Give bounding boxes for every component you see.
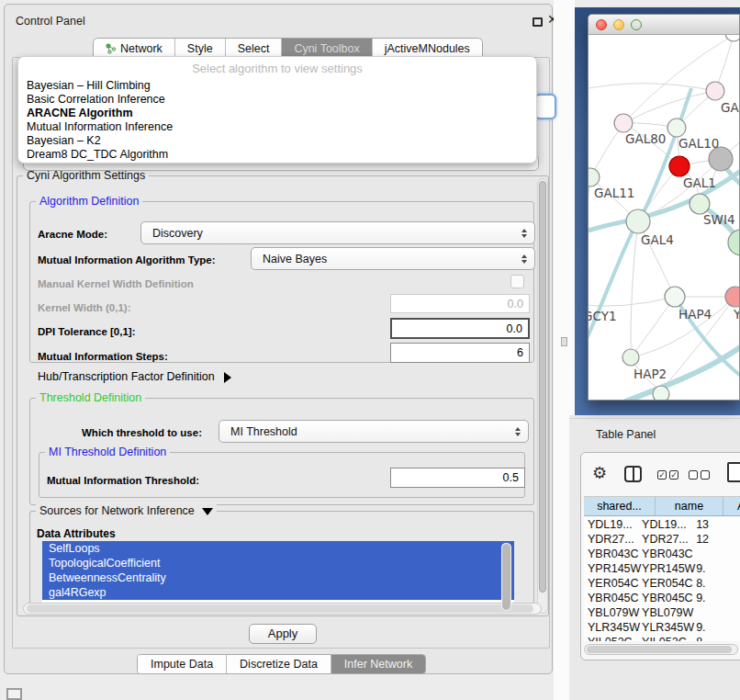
settings-vertical-scrollbar[interactable]	[537, 178, 548, 614]
sources-title-text: Sources for Network Inference	[39, 504, 195, 517]
cell: YBR043C	[642, 547, 696, 561]
table-horizontal-scrollbar[interactable]	[584, 644, 738, 655]
table-row[interactable]: YBR045CYBR045C9.	[584, 591, 740, 605]
node[interactable]	[725, 35, 740, 41]
network-canvas[interactable]: GAL GAL80 GAL10 GAL1 GAL11 SWI4 GAL4 GCY…	[589, 35, 740, 401]
cell: YER054C	[584, 576, 642, 591]
node[interactable]	[653, 386, 669, 401]
node-swi4[interactable]	[690, 194, 710, 214]
scrollbar-thumb[interactable]	[27, 604, 533, 613]
cell: YER054C	[642, 576, 696, 591]
node[interactable]	[728, 230, 740, 255]
minimize-traffic-light-icon[interactable]	[613, 19, 624, 30]
node-label: GAL10	[678, 136, 719, 151]
scrollbar-thumb[interactable]	[502, 544, 510, 610]
sources-group-title[interactable]: Sources for Network Inference	[36, 504, 217, 517]
node-salmon[interactable]	[725, 287, 740, 307]
node-hap4[interactable]	[665, 287, 685, 307]
minimized-panel-icon[interactable]	[6, 688, 22, 700]
attributes-list-scrollbar[interactable]	[501, 543, 511, 611]
node-gal4[interactable]	[626, 209, 650, 233]
deselect-all-checkbox-icon[interactable]	[701, 470, 710, 480]
cell: 8.	[696, 635, 740, 641]
cell	[696, 547, 740, 561]
node-label: GAL11	[594, 186, 634, 200]
deselect-all-checkbox-icon[interactable]	[689, 470, 698, 480]
table-row[interactable]: YIL052CYIL052C8.	[584, 635, 740, 641]
dpi-tolerance-input[interactable]	[390, 318, 530, 339]
mi-steps-label: Mutual Information Steps:	[38, 351, 168, 362]
close-traffic-light-icon[interactable]	[596, 19, 607, 30]
attribute-item[interactable]: SelfLoops	[42, 541, 514, 556]
dpi-tolerance-label: DPI Tolerance [0,1]:	[38, 326, 136, 337]
hub-definition-toggle[interactable]: Hub/Transcription Factor Definition	[38, 370, 231, 383]
table-row[interactable]: YDR27...YDR27...12	[584, 532, 740, 547]
tab-cyni-toolbox[interactable]: Cyni Toolbox	[282, 39, 372, 58]
node-gal10[interactable]	[667, 119, 686, 137]
attribute-item[interactable]: TopologicalCoefficient	[42, 556, 514, 570]
node-gal1-red[interactable]	[669, 156, 690, 176]
column-header-partial[interactable]: A	[723, 497, 740, 515]
screen: Control Panel ✕ Network Style Select Cyn…	[0, 0, 740, 700]
algorithm-option[interactable]: Dream8 DC_TDC Algorithm	[18, 148, 536, 162]
tab-discretize-data[interactable]: Discretize Data	[227, 655, 331, 673]
columns-icon[interactable]	[624, 466, 642, 482]
zoom-traffic-light-icon[interactable]	[631, 19, 642, 30]
table-body: YDL19...YDL19...13 YDR27...YDR27...12 YB…	[584, 517, 740, 641]
node[interactable]	[706, 82, 724, 100]
aracne-mode-select[interactable]: Discovery	[140, 221, 535, 244]
scrollbar-thumb[interactable]	[587, 646, 732, 653]
tab-cyni-toolbox-label: Cyni Toolbox	[294, 42, 359, 55]
tab-select[interactable]: Select	[226, 39, 283, 58]
algorithm-option[interactable]: Bayesian – Hill Climbing	[18, 79, 536, 93]
select-all-checkbox-icon[interactable]: ✓	[669, 470, 678, 480]
algorithm-option-selected[interactable]: ARACNE Algorithm	[18, 107, 536, 120]
table-row[interactable]: YLR345WYLR345W9.	[584, 620, 740, 635]
gear-icon[interactable]: ⚙	[592, 463, 607, 483]
algorithm-option[interactable]: Mutual Information Inference	[18, 120, 536, 134]
table-row[interactable]: YER054CYER054C8.	[584, 576, 740, 591]
cell: YBR045C	[584, 591, 642, 605]
which-threshold-label: Which threshold to use:	[82, 427, 202, 438]
tab-impute-data[interactable]: Impute Data	[138, 655, 227, 673]
mi-threshold-input[interactable]	[390, 468, 525, 488]
document-icon[interactable]	[727, 462, 740, 482]
tab-style[interactable]: Style	[175, 39, 226, 58]
tab-network[interactable]: Network	[94, 39, 175, 58]
tab-jactivemnodules[interactable]: jActiveMNodules	[373, 39, 482, 58]
column-header-shared-name[interactable]: shared...	[584, 497, 656, 515]
hub-definition-label: Hub/Transcription Factor Definition	[38, 370, 215, 383]
float-window-icon[interactable]	[533, 17, 543, 27]
kernel-width-label: Kernel Width (0,1):	[38, 302, 130, 313]
which-threshold-select[interactable]: MI Threshold	[219, 420, 529, 443]
scrollbar-thumb[interactable]	[539, 181, 546, 593]
mi-steps-input[interactable]	[390, 343, 530, 363]
network-window-titlebar[interactable]	[589, 15, 739, 35]
select-all-checkbox-icon[interactable]: ✓	[657, 470, 667, 480]
table-row[interactable]: YBR043CYBR043C	[584, 547, 740, 561]
table-row[interactable]: YPR145WYPR145W9.	[584, 561, 740, 576]
node-hap2[interactable]	[622, 349, 639, 366]
table-row[interactable]: YBL079WYBL079W	[584, 605, 740, 620]
manual-kernel-checkbox[interactable]	[510, 275, 524, 288]
settings-horizontal-scrollbar[interactable]	[23, 603, 542, 615]
table-header: shared... name A	[584, 496, 740, 516]
node-gal80[interactable]	[614, 114, 633, 132]
splitter-handle[interactable]	[561, 337, 567, 346]
cell: YLR345W	[642, 620, 696, 635]
table-panel-title: Table Panel	[596, 428, 656, 441]
table-row[interactable]: YDL19...YDL19...13	[584, 517, 740, 532]
cell: YBR045C	[642, 591, 696, 605]
algorithm-option[interactable]: Basic Correlation Inference	[18, 93, 536, 107]
tab-jactivemnodules-label: jActiveMNodules	[385, 42, 470, 55]
aracne-mode-value: Discovery	[152, 227, 203, 240]
kernel-width-input[interactable]	[390, 294, 530, 313]
column-header-name[interactable]: name	[656, 497, 723, 515]
manual-kernel-label: Manual Kernel Width Definition	[38, 278, 194, 289]
mi-type-select[interactable]: Naive Bayes	[251, 247, 535, 270]
attribute-item[interactable]: BetweennessCentrality	[42, 570, 514, 585]
apply-button[interactable]: Apply	[249, 624, 317, 644]
algorithm-option[interactable]: Bayesian – K2	[18, 134, 536, 148]
tab-infer-network[interactable]: Infer Network	[331, 655, 425, 673]
attribute-item[interactable]: gal4RGexp	[42, 585, 514, 600]
